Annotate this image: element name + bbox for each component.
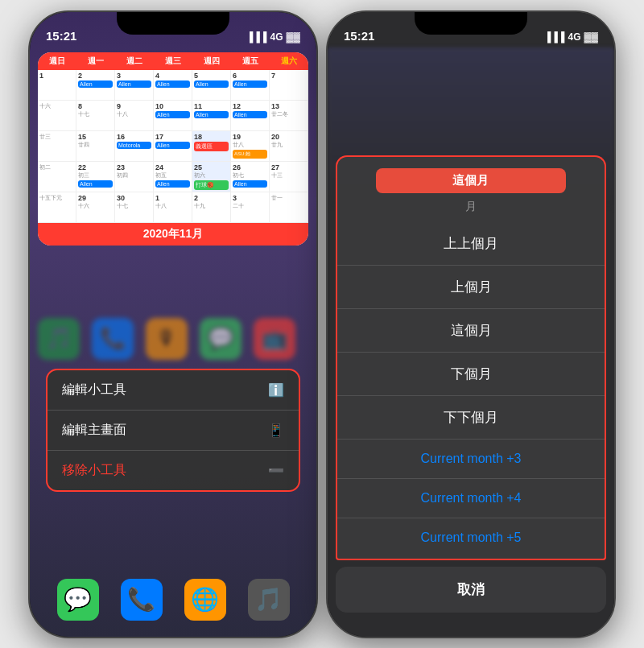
signal-icon-right: ▐▐▐ bbox=[544, 31, 565, 43]
signal-icon: ▐▐▐ bbox=[246, 31, 267, 43]
battery-icon-right: ▓▓ bbox=[584, 31, 599, 43]
context-edit-widget[interactable]: 編輯小工具 ℹ️ bbox=[47, 370, 299, 411]
remove-widget-label: 移除小工具 bbox=[62, 462, 126, 479]
calendar-widget[interactable]: 週日 週一 週二 週三 週四 週五 週六 1 2Allen 3Allen 4Al… bbox=[38, 52, 308, 246]
battery-icon: ▓▓ bbox=[287, 31, 301, 43]
cal-cell: 7 bbox=[270, 70, 308, 101]
weekday-sun: 週日 bbox=[38, 56, 76, 67]
status-icons-left: ▐▐▐ 4G ▓▓ bbox=[246, 31, 300, 43]
info-icon: ℹ️ bbox=[268, 382, 284, 398]
cal-cell: 2Allen bbox=[76, 70, 115, 101]
cal-cell: 29十六 bbox=[76, 192, 115, 223]
action-sheet-subtitle: 月 bbox=[352, 196, 590, 214]
cal-cell: 十六 bbox=[38, 101, 76, 131]
calendar-grid: 1 2Allen 3Allen 4Allen 5Allen 6Allen 7 十… bbox=[38, 70, 308, 223]
cal-cell: 23初四 bbox=[115, 162, 154, 192]
bg-app-icon: 📺 bbox=[254, 318, 295, 360]
cal-cell: 18義選區 bbox=[192, 131, 231, 162]
edit-home-label: 編輯主畫面 bbox=[62, 422, 126, 439]
cal-cell: 11Allen bbox=[192, 101, 231, 131]
cal-cell: 24初五Allen bbox=[154, 162, 192, 192]
cal-cell: 15廿四 bbox=[76, 131, 115, 162]
option-this-month[interactable]: 這個月 bbox=[337, 309, 605, 353]
dock-phone[interactable]: 📞 bbox=[121, 579, 163, 621]
notch bbox=[117, 12, 229, 35]
option-current-month-plus5[interactable]: Current month +5 bbox=[337, 518, 605, 557]
cal-cell: 16Motorola bbox=[115, 131, 154, 162]
cal-cell: 13廿二冬 bbox=[270, 101, 308, 131]
cal-cell: 12Allen bbox=[231, 101, 270, 131]
dock: 💬 📞 🌐 🎵 bbox=[46, 579, 300, 621]
cal-cell: 2十九 bbox=[192, 192, 231, 223]
cal-cell: 6Allen bbox=[231, 70, 270, 101]
dock-safari[interactable]: 🌐 bbox=[184, 579, 226, 621]
cal-cell: 5Allen bbox=[192, 70, 231, 101]
weekday-thu: 週四 bbox=[192, 56, 231, 67]
dock-messages[interactable]: 💬 bbox=[57, 579, 99, 621]
cal-cell: 初二 bbox=[38, 162, 76, 192]
cal-cell: 26初七Allen bbox=[231, 162, 270, 192]
cal-cell: 22初三Allen bbox=[76, 162, 115, 192]
time-left: 15:21 bbox=[46, 29, 76, 43]
cal-cell: 25初六打球🏀 bbox=[192, 162, 231, 192]
network-type: 4G bbox=[270, 31, 283, 43]
weekday-wed: 週三 bbox=[154, 56, 192, 67]
network-type-right: 4G bbox=[568, 31, 580, 43]
cal-cell: 4Allen bbox=[154, 70, 192, 101]
option-current-month-plus4[interactable]: Current month +4 bbox=[337, 479, 605, 518]
cal-cell: 廿一 bbox=[270, 192, 308, 223]
action-sheet-bottom bbox=[336, 557, 606, 560]
cal-cell: 10Allen bbox=[154, 101, 192, 131]
calendar-footer: 2020年11月 bbox=[38, 223, 308, 246]
cal-cell: 8十七 bbox=[76, 101, 115, 131]
weekday-mon: 週一 bbox=[76, 56, 115, 67]
cal-cell: 十五下元 bbox=[38, 192, 76, 223]
cal-cell: 3Allen bbox=[115, 70, 154, 101]
status-icons-right: ▐▐▐ 4G ▓▓ bbox=[544, 31, 598, 43]
dock-music[interactable]: 🎵 bbox=[248, 579, 290, 621]
option-next-month[interactable]: 下個月 bbox=[337, 353, 605, 396]
time-right: 15:21 bbox=[344, 29, 374, 43]
bg-app-icon: 📞 bbox=[92, 318, 134, 360]
weekday-sat: 週六 bbox=[270, 56, 308, 67]
action-sheet-title-area: 這個月 月 bbox=[336, 155, 606, 222]
cal-cell: 19廿八ASU:她 bbox=[231, 131, 270, 162]
action-sheet-overlay: 這個月 月 上上個月 上個月 這個月 下個月 下下個月 Current mont… bbox=[328, 47, 614, 637]
option-current-month-plus3[interactable]: Current month +3 bbox=[337, 440, 605, 479]
left-phone: 15:21 ▐▐▐ 4G ▓▓ 週日 週一 週二 週三 週四 週五 週六 1 2… bbox=[28, 10, 318, 638]
bg-app-icon: 💬 bbox=[200, 318, 242, 360]
cal-cell: 廿三 bbox=[38, 131, 76, 162]
context-edit-home[interactable]: 編輯主畫面 📱 bbox=[47, 411, 299, 451]
bg-app-icon: 🎵 bbox=[38, 318, 80, 360]
phone-icon: 📱 bbox=[268, 422, 284, 438]
cal-cell: 9十八 bbox=[115, 101, 154, 131]
cal-cell: 1 bbox=[38, 70, 76, 101]
right-phone: 15:21 ▐▐▐ 4G ▓▓ 這個月 月 上上個月 上個月 這個月 下個月 bbox=[326, 10, 616, 638]
cancel-button[interactable]: 取消 bbox=[336, 567, 606, 613]
minus-circle-icon: ➖ bbox=[268, 462, 284, 478]
current-month-display: 這個月 bbox=[376, 168, 567, 193]
action-sheet-container: 這個月 月 上上個月 上個月 這個月 下個月 下下個月 Current mont… bbox=[336, 155, 606, 613]
bg-app-icon: 🎙 bbox=[146, 318, 188, 360]
cal-cell: 17Allen bbox=[154, 131, 192, 162]
action-sheet-options[interactable]: 上上個月 上個月 這個月 下個月 下下個月 Current month +3 C… bbox=[336, 222, 606, 557]
option-next-next-month[interactable]: 下下個月 bbox=[337, 396, 605, 440]
notch-right bbox=[415, 12, 527, 35]
weekday-fri: 週五 bbox=[231, 56, 270, 67]
edit-widget-label: 編輯小工具 bbox=[62, 382, 126, 398]
option-previous-month[interactable]: 上個月 bbox=[337, 266, 605, 309]
calendar-header: 週日 週一 週二 週三 週四 週五 週六 bbox=[38, 52, 308, 70]
cal-cell: 1十八 bbox=[154, 192, 192, 223]
cal-cell: 20廿九 bbox=[270, 131, 308, 162]
left-screen: 15:21 ▐▐▐ 4G ▓▓ 週日 週一 週二 週三 週四 週五 週六 1 2… bbox=[30, 12, 316, 637]
right-screen: 15:21 ▐▐▐ 4G ▓▓ 這個月 月 上上個月 上個月 這個月 下個月 bbox=[328, 12, 614, 637]
context-menu[interactable]: 編輯小工具 ℹ️ 編輯主畫面 📱 移除小工具 ➖ bbox=[46, 369, 300, 492]
option-previous-previous-month[interactable]: 上上個月 bbox=[337, 222, 605, 266]
weekday-tue: 週二 bbox=[115, 56, 154, 67]
background-apps: 🎵 📞 🎙 💬 📺 bbox=[38, 318, 308, 360]
context-remove-widget[interactable]: 移除小工具 ➖ bbox=[47, 451, 299, 490]
cal-cell: 3二十 bbox=[231, 192, 270, 223]
cal-cell: 27十三 bbox=[270, 162, 308, 192]
cal-cell: 30十七 bbox=[115, 192, 154, 223]
